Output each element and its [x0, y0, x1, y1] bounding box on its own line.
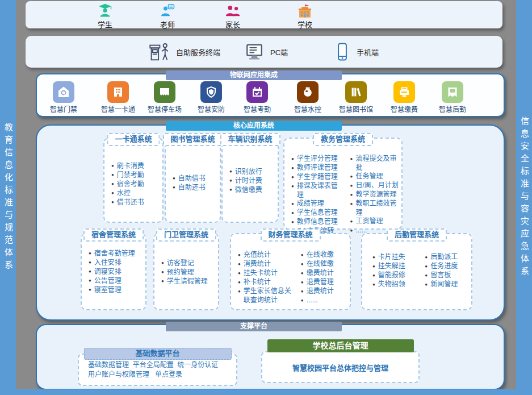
- list-item: 充值统计: [238, 251, 295, 260]
- parking-icon: [154, 81, 175, 103]
- calendar-check-icon: [246, 81, 268, 103]
- list-item: 任务管理: [350, 172, 399, 181]
- list-item: 宿舍考勤: [111, 180, 160, 189]
- feature-line: 基础数据管理 平台全局配置 统一身份认证: [88, 361, 218, 369]
- iot-label: 智慧一卡通: [94, 104, 143, 114]
- system-box-library: 图书管理系统 自助借书 自助还书: [165, 138, 221, 223]
- school-admin-title: 学校总后台管理: [267, 339, 414, 352]
- teacher-icon: [142, 3, 193, 19]
- iot-label: 智慧图书馆: [332, 104, 380, 114]
- iot-label: 智慧水控: [283, 104, 332, 114]
- users-row: 学生 老师 家长 学校: [26, 1, 502, 28]
- iot-item-attendance: 智慧考勤: [233, 81, 282, 114]
- iot-item-door-access: 智慧门禁: [39, 81, 88, 114]
- system-box-dormitory: 宿舍管理系统 宿舍考勤管理 入住安排 调寝安排 公告管理 寝室管理: [81, 233, 146, 310]
- user-label: 学生: [79, 19, 131, 30]
- list-item: 调寝安排: [89, 267, 143, 276]
- iot-label: 智慧缴费: [380, 104, 429, 114]
- core-section-banner: 核心应用系统: [166, 121, 342, 131]
- iot-item-water: 智慧水控: [283, 81, 332, 114]
- list-item: 学生评分管理: [291, 155, 345, 164]
- iot-item-payment: 智慧缴费: [380, 81, 429, 114]
- list-item: 入住安排: [89, 258, 143, 267]
- bottom-bar: [0, 389, 532, 395]
- iot-label: 智慧安防: [187, 104, 236, 114]
- list-item: 水控: [111, 189, 160, 198]
- shield-icon: [200, 81, 222, 103]
- list-item: 补卡统计: [238, 278, 295, 287]
- iot-item-onecard: 智慧一卡通: [94, 81, 143, 114]
- base-data-platform-box: 基础数据平台 基础数据管理 平台全局配置 统一身份认证用户账户与权限管理 单点登…: [78, 354, 237, 386]
- list-item: 失物招领: [372, 280, 412, 289]
- base-data-platform-title: 基础数据平台: [84, 348, 232, 360]
- user-label: 老师: [142, 19, 193, 30]
- iot-section-banner: 物联网应用集成: [166, 70, 342, 80]
- list-item: 留言板: [425, 271, 469, 280]
- school-admin-platform-box: 学校总后台管理 智慧校园平台总体把控与管理: [261, 339, 420, 383]
- list-item: 教职工绩效管理: [350, 199, 399, 217]
- system-title: 后勤管理系统: [387, 228, 447, 242]
- list-item: ......: [301, 296, 347, 305]
- list-item: 自助还书: [173, 183, 217, 192]
- system-box-vehicle: 车辆识别系统 识别放行 计时计费 微信缴费: [221, 138, 279, 223]
- user-item-parents: 家长: [207, 3, 258, 30]
- list-item: 智能报修: [372, 271, 412, 280]
- system-box-gate: 门卫管理系统 访客登记 预约管理 学生请假管理: [153, 233, 219, 310]
- list-item: 寝室管理: [89, 285, 143, 294]
- list-item: 学生请假管理: [161, 277, 216, 286]
- list-item: 宿舍考勤管理: [89, 249, 143, 258]
- user-item-school: 学校: [279, 3, 330, 30]
- list-item: 刷卡消费: [111, 161, 160, 171]
- iot-item-parking: 智慧停车场: [140, 81, 189, 114]
- right-sidebar: 信息安全标准与容灾应急体系: [516, 0, 532, 395]
- list-item: 缴费统计: [301, 269, 347, 278]
- list-item: 在线催缴: [301, 260, 347, 269]
- iot-item-logistics: 智慧后勤: [428, 81, 477, 114]
- terminal-item-pc: PC端: [244, 42, 288, 61]
- iot-section: 物联网应用集成 智慧门禁 智慧一卡通 智慧停车场 智慧安防: [36, 73, 505, 117]
- user-item-student: 学生: [79, 3, 131, 30]
- user-label: 家长: [207, 19, 258, 30]
- list-item: 日/周、月计划: [350, 181, 399, 190]
- student-icon: [79, 3, 131, 19]
- pc-icon: [244, 42, 265, 61]
- system-title: 宿舍管理系统: [83, 228, 144, 242]
- terminal-label: PC端: [270, 47, 288, 57]
- list-item: 挂失卡统计: [238, 269, 295, 278]
- door-access-icon: [53, 81, 74, 103]
- list-item: 教师信息管理: [291, 218, 345, 227]
- list-item: 门禁考勤: [111, 171, 160, 180]
- smart-campus-architecture-diagram: 教育信息化标准与规范体系 信息安全标准与容灾应急体系 学生 老师 家长: [0, 0, 532, 395]
- system-title: 一卡通系统: [107, 133, 160, 146]
- list-item: 流程提交及审批: [350, 155, 399, 172]
- right-sidebar-label: 信息安全标准与容灾应急体系: [516, 117, 532, 279]
- school-admin-desc-box: 智慧校园平台总体把控与管理: [261, 351, 420, 383]
- iot-label: 智慧停车场: [140, 104, 189, 114]
- water-icon: [297, 81, 319, 103]
- list-item: 排课及课表管理: [291, 182, 345, 199]
- list-item: 工资管理: [350, 217, 399, 226]
- list-item: 计时计费: [229, 176, 275, 185]
- iot-label: 智慧后勤: [428, 104, 477, 114]
- support-platform-section: 支撑平台 基础数据平台 基础数据管理 平台全局配置 统一身份认证用户账户与权限管…: [36, 324, 505, 390]
- list-item: 识别放行: [229, 167, 275, 176]
- list-item: 借书还书: [111, 198, 160, 207]
- list-item: 退费统计: [301, 287, 347, 296]
- iot-label: 智慧考勤: [233, 104, 282, 114]
- list-item: 教学资源管理: [350, 190, 399, 199]
- list-item: 学生信息管理: [291, 209, 345, 218]
- kiosk-icon: [148, 41, 170, 63]
- list-item: 成绩管理: [291, 199, 345, 209]
- list-item: 自助借书: [173, 174, 217, 183]
- iot-label: 智慧门禁: [39, 104, 88, 114]
- left-sidebar-label: 教育信息化标准与规范体系: [0, 123, 16, 273]
- user-item-teacher: 老师: [142, 3, 193, 30]
- list-item: 公告管理: [89, 276, 143, 285]
- list-item: 教师评课管理: [291, 164, 345, 173]
- list-item: 退费管理: [301, 278, 347, 287]
- onecard-icon: [107, 81, 129, 103]
- list-item: 学生家长信息关联查询统计: [238, 287, 295, 305]
- list-item: 任务进度: [425, 262, 469, 271]
- user-label: 学校: [279, 19, 330, 30]
- phone-icon: [334, 41, 351, 62]
